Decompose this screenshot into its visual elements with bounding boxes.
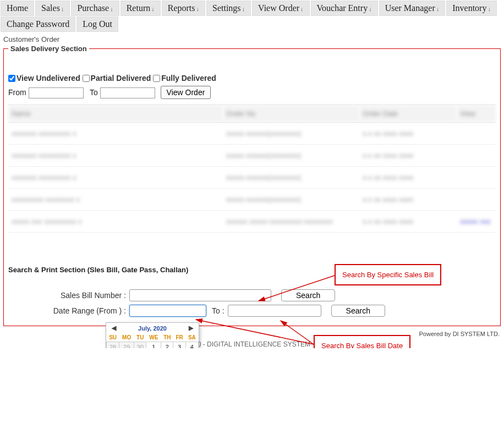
- calendar-dow: WE: [146, 333, 161, 342]
- bill-search-button[interactable]: Search: [281, 289, 335, 301]
- calendar-day[interactable]: 2: [161, 342, 173, 349]
- table-cell: x.x xx xxxx xxxx: [359, 167, 457, 189]
- from-label: From: [8, 88, 26, 97]
- calendar-header: ◀ July, 2020 ▶: [106, 323, 199, 333]
- nav-user-manager[interactable]: User Manager↓: [379, 1, 446, 16]
- calendar-dow: TU: [134, 333, 146, 342]
- filter-partial[interactable]: Partial Delivered: [83, 74, 151, 82]
- chevron-down-icon: ↓: [436, 6, 440, 12]
- search-area: Sales Bill Number : Search Date Range (F…: [41, 289, 496, 317]
- calendar-dow: TH: [161, 333, 173, 342]
- table-cell: [457, 189, 496, 211]
- table-cell: xxxxx-xxxxxx(xxxxxxxx): [223, 167, 359, 189]
- orders-table: NameOrder NoOrder DateView xxxxxxx xxxxx…: [8, 105, 496, 233]
- view-order-button[interactable]: View Order: [161, 86, 211, 99]
- bill-search-row: Sales Bill Number : Search: [41, 289, 496, 301]
- chevron-down-icon: ↓: [196, 6, 199, 12]
- footer-center: 20 - DIGITAL INTELLIGENCE SYSTEM: [0, 340, 504, 348]
- calendar-title[interactable]: July, 2020: [119, 325, 185, 332]
- checkbox-undelivered[interactable]: [8, 75, 15, 82]
- calendar-dow: SA: [185, 333, 198, 342]
- calendar-dow: MO: [119, 333, 134, 342]
- table-cell: xxxxxx xxxxx-xxxxxxxxx-xxxxxxxx: [223, 211, 359, 233]
- table-header: View: [457, 105, 496, 123]
- from-date-input[interactable]: [29, 87, 84, 98]
- chevron-down-icon: ↓: [300, 6, 304, 12]
- filter-partial-label: Partial Delivered: [91, 74, 151, 82]
- annotation-date: Search By Sales Bill Date: [314, 335, 410, 348]
- table-header: Order No: [223, 105, 359, 123]
- filter-fully[interactable]: Fully Delivered: [153, 74, 216, 82]
- chevron-down-icon: ↓: [110, 6, 113, 12]
- calendar-dow: SU: [107, 333, 119, 342]
- table-cell: xxxxxxxxx xxxxxxxx x: [8, 189, 223, 211]
- table-cell: [457, 145, 496, 167]
- nav-view-order[interactable]: View Order↓: [252, 1, 310, 16]
- filter-undelivered[interactable]: View Undelivered: [8, 74, 80, 82]
- nav-purchase[interactable]: Purchase↓: [71, 1, 119, 16]
- nav-vouchar-entry[interactable]: Vouchar Entry↓: [311, 1, 378, 16]
- date-range-label: Date Range (From ) :: [41, 306, 129, 315]
- nav-return[interactable]: Return↓: [120, 1, 161, 16]
- table-row: xxxxxxx xxxxxxxxx xxxxxx-xxxxxx(xxxxxxxx…: [8, 123, 496, 145]
- table-header: Name: [8, 105, 223, 123]
- chevron-down-icon: ↓: [487, 6, 491, 12]
- date-from-input[interactable]: [129, 305, 206, 317]
- calendar-day[interactable]: 1: [146, 342, 161, 349]
- table-row: xxxxxxx xxxxxxxxx xxxxxx-xxxxxx(xxxxxxxx…: [8, 145, 496, 167]
- table-cell: x.x xx xxxx xxxx: [359, 189, 457, 211]
- chevron-down-icon: ↓: [151, 6, 155, 12]
- to-date-input[interactable]: [100, 87, 155, 98]
- bill-number-input[interactable]: [129, 289, 271, 301]
- nav-home[interactable]: Home: [1, 1, 34, 16]
- table-cell: xxxxxxx xxxxxxxxx x: [8, 123, 223, 145]
- table-cell: xxxxx-xxxxxx(xxxxxxxx): [223, 123, 359, 145]
- date-search-row: Date Range (From ) : To : Search: [41, 305, 496, 317]
- table-header: Order Date: [359, 105, 457, 123]
- delivery-filters: View Undelivered Partial Delivered Fully…: [8, 74, 496, 82]
- table-cell: xxxxxxx xxxxxxxxx x: [8, 167, 223, 189]
- table-cell: xxxxx-xxxxxx(xxxxxxxx): [223, 189, 359, 211]
- date-to-label: To :: [212, 306, 224, 315]
- chevron-down-icon: ↓: [369, 6, 372, 12]
- calendar-prev-icon[interactable]: ◀: [108, 324, 119, 332]
- bill-number-label: Sales Bill Number :: [41, 291, 129, 300]
- calendar-day[interactable]: 3: [173, 342, 185, 349]
- nav-sales[interactable]: Sales↓: [35, 1, 70, 16]
- calendar-day[interactable]: 28: [107, 342, 119, 349]
- table-cell: x.x xx xxxx xxxx: [359, 145, 457, 167]
- checkbox-partial[interactable]: [83, 75, 90, 82]
- section-legend: Sales Delivery Section: [8, 45, 89, 53]
- calendar-popup[interactable]: ◀ July, 2020 ▶ SUMOTUWETHFRSA 2829301234…: [106, 322, 199, 348]
- chevron-down-icon: ↓: [61, 6, 64, 12]
- powered-by: Powered by DI SYSTEM LTD.: [0, 331, 500, 337]
- annotation-bill: Search By Specific Sales Bill: [335, 264, 441, 285]
- table-cell: xxxxxxx xxxxxxxxx x: [8, 145, 223, 167]
- nav-settings[interactable]: Settings↓: [206, 1, 251, 16]
- nav-log-out[interactable]: Log Out: [76, 16, 118, 32]
- calendar-grid: SUMOTUWETHFRSA 2829301234567891011121314…: [106, 333, 199, 348]
- date-to-input[interactable]: [228, 305, 321, 317]
- nav-inventory[interactable]: Inventory↓: [446, 1, 497, 16]
- table-cell: [457, 167, 496, 189]
- table-cell: xxxxx xxx xxxxxxxxx x: [8, 211, 223, 233]
- top-nav: HomeSales↓Purchase↓Return↓Reports↓Settin…: [0, 0, 504, 32]
- page-title: Customer's Order: [0, 32, 504, 45]
- table-cell: x.x xx xxxx xxxx: [359, 123, 457, 145]
- date-search-button[interactable]: Search: [331, 305, 385, 317]
- table-cell: [457, 123, 496, 145]
- table-row: xxxxx xxx xxxxxxxxx xxxxxxx xxxxx-xxxxxx…: [8, 211, 496, 233]
- table-row: xxxxxxx xxxxxxxxx xxxxxx-xxxxxx(xxxxxxxx…: [8, 167, 496, 189]
- nav-reports[interactable]: Reports↓: [162, 1, 205, 16]
- table-cell: x.x xx xxxx xxxx: [359, 211, 457, 233]
- table-row: xxxxxxxxx xxxxxxxx xxxxxx-xxxxxx(xxxxxxx…: [8, 189, 496, 211]
- calendar-day[interactable]: 29: [119, 342, 134, 349]
- nav-change-password[interactable]: Change Password: [1, 16, 75, 32]
- table-cell[interactable]: xxxxx xxx: [457, 211, 496, 233]
- calendar-day[interactable]: 4: [185, 342, 198, 349]
- calendar-dow: FR: [173, 333, 185, 342]
- calendar-next-icon[interactable]: ▶: [185, 324, 196, 332]
- calendar-day[interactable]: 30: [134, 342, 146, 349]
- to-label: To: [90, 88, 98, 97]
- checkbox-fully[interactable]: [153, 75, 160, 82]
